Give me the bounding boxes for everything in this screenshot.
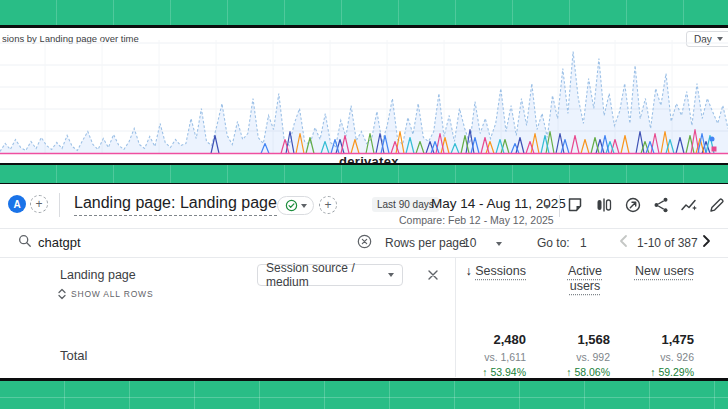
range-badge: Last 90 days [372, 197, 439, 212]
rows-per-page-select[interactable]: 10 [463, 236, 476, 250]
divider [0, 228, 728, 229]
goto-input[interactable]: 1 [580, 236, 587, 250]
chevron-down-icon[interactable] [544, 205, 550, 209]
recorder-band-top [0, 0, 728, 25]
divider [0, 257, 728, 258]
next-page-icon[interactable] [698, 233, 714, 249]
column-header-active-users[interactable]: Active users [560, 264, 610, 294]
remove-dimension-icon[interactable] [427, 269, 439, 281]
note-icon[interactable] [566, 196, 584, 214]
share-icon[interactable] [652, 196, 670, 214]
compare-range: Compare: Feb 12 - May 12, 2025 [399, 214, 554, 226]
pagination-status: 1-10 of 387 [637, 236, 698, 250]
column-header-label: Active users [568, 264, 602, 293]
search-icon [18, 234, 32, 248]
report-title[interactable]: Landing page: Landing page [74, 194, 277, 216]
column-header-new-users[interactable]: New users [635, 264, 694, 278]
total-delta: ↑ 53.94% [482, 366, 526, 378]
rows-per-page-label: Rows per page: [385, 236, 469, 250]
secondary-dimension-select[interactable]: Session source / medium [257, 264, 403, 286]
chevron-down-icon[interactable] [496, 242, 502, 246]
table-divider [455, 258, 456, 377]
end-marker [710, 137, 715, 142]
edit-icon[interactable] [708, 196, 726, 214]
total-delta: ↑ 59.29% [650, 366, 694, 378]
total-active-users: 1,568 vs. 992 ↑ 58.06% [566, 332, 610, 378]
add-metric-button[interactable]: + [319, 196, 337, 214]
report-panel: A + Landing page: Landing page + Last 90… [0, 184, 728, 378]
sessions-area [0, 52, 728, 154]
column-header-landing-page[interactable]: Landing page [60, 268, 136, 282]
recorder-band-mid [0, 165, 728, 183]
total-new-users: 1,475 vs. 926 ↑ 59.29% [650, 332, 694, 378]
secondary-dimension-value: Session source / medium [266, 261, 388, 289]
total-label: Total [60, 348, 87, 363]
add-card-button[interactable]: + [30, 195, 48, 213]
total-vs: vs. 1,611 [482, 351, 526, 363]
show-all-rows-label: SHOW ALL ROWS [71, 289, 153, 299]
sessions-trend-chart [0, 40, 728, 158]
unfold-more-icon [57, 288, 67, 300]
scorecard-icon[interactable] [624, 196, 642, 214]
check-circle-icon [285, 199, 298, 212]
chart-panel: sions by Landing page over time Day deri… [0, 28, 728, 163]
total-delta: ↑ 58.06% [566, 366, 610, 378]
clear-search-icon[interactable] [357, 234, 372, 249]
screen: sions by Landing page over time Day deri… [0, 0, 728, 409]
search-input[interactable]: chatgpt [38, 235, 81, 250]
column-header-sessions[interactable]: ↓ Sessions [466, 264, 526, 278]
plus-icon: + [35, 197, 42, 211]
plus-icon: + [324, 198, 331, 212]
metric-status-dropdown[interactable] [277, 196, 314, 215]
divider [559, 195, 560, 217]
goto-label: Go to: [537, 236, 570, 250]
total-value: 1,475 [650, 332, 694, 347]
total-value: 1,568 [566, 332, 610, 347]
avatar[interactable]: A [8, 195, 26, 213]
total-vs: vs. 926 [650, 351, 694, 363]
end-marker [712, 147, 717, 152]
total-vs: vs. 992 [566, 351, 610, 363]
divider [59, 193, 60, 217]
insights-icon[interactable] [680, 196, 698, 214]
column-header-label: New users [635, 264, 694, 278]
total-sessions: 2,480 vs. 1,611 ↑ 53.94% [482, 332, 526, 378]
sort-descending-icon: ↓ [466, 264, 472, 278]
chevron-down-icon [388, 273, 394, 277]
total-value: 2,480 [482, 332, 526, 347]
column-header-label: Sessions [475, 264, 526, 278]
comparison-icon[interactable] [595, 196, 613, 214]
recorder-band-bottom [0, 381, 728, 409]
chevron-down-icon [301, 204, 307, 208]
show-all-rows-button[interactable]: SHOW ALL ROWS [57, 288, 153, 300]
previous-page-icon[interactable] [616, 233, 632, 249]
